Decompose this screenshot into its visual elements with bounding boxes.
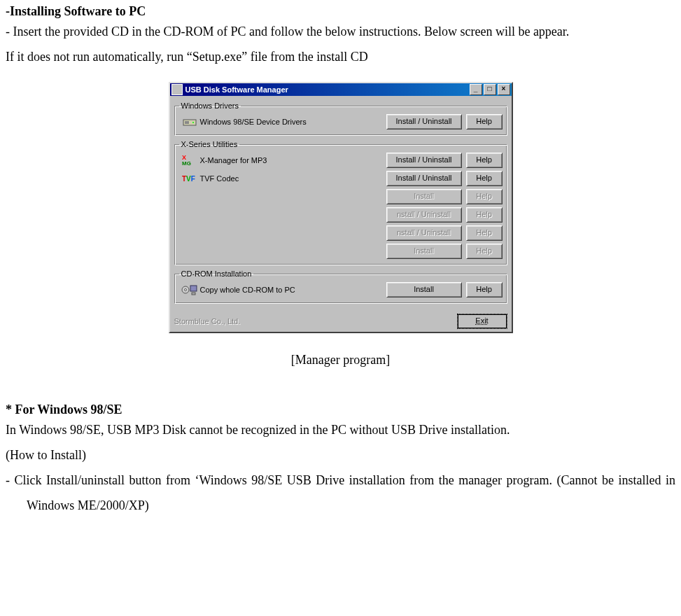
help-button-disabled: Help [466, 225, 503, 241]
company-label: Stormblue Co., Ltd. [174, 317, 453, 326]
row-label: Windows 98/SE Device Drivers [200, 118, 382, 126]
minimize-button[interactable]: _ [470, 84, 482, 95]
row-win98-drivers: Windows 98/SE Device Drivers Install / U… [179, 113, 503, 131]
group-cdrom: CD-ROM Installation Copy whole CD-ROM to… [174, 270, 507, 304]
close-button[interactable]: × [498, 84, 510, 95]
svg-text:TVF: TVF [182, 175, 195, 183]
doc-heading: -Installing Software to PC [6, 4, 675, 19]
help-button[interactable]: Help [466, 282, 503, 298]
row-label: Copy whole CD-ROM to PC [200, 286, 382, 294]
app-icon [171, 84, 183, 95]
svg-text:MG: MG [182, 160, 191, 167]
window-title: USB Disk Software Manager [185, 85, 468, 94]
doc-bullet-1: - Click Install/uninstall button from ‘W… [6, 468, 675, 518]
figure-caption: [Manager program] [6, 353, 675, 368]
row-copy-cdrom: Copy whole CD-ROM to PC Install Help [179, 281, 503, 299]
install-button-disabled: Install [386, 189, 462, 204]
install-uninstall-button[interactable]: Install / Uninstall [386, 171, 462, 186]
help-button[interactable]: Help [466, 114, 503, 130]
help-button[interactable]: Help [466, 153, 503, 168]
exit-button[interactable]: Exit [457, 314, 507, 329]
maximize-button[interactable]: □ [484, 84, 496, 95]
group-x-series: X-Series Utilities XMG X-Manager for MP3… [174, 140, 507, 265]
harddrive-icon [179, 115, 200, 128]
group-legend: CD-ROM Installation [179, 270, 254, 278]
install-uninstall-button[interactable]: Install / Uninstall [386, 153, 462, 168]
help-button-disabled: Help [466, 189, 503, 204]
help-button-disabled: Help [466, 207, 503, 223]
dialog-footer: Stormblue Co., Ltd. Exit [170, 312, 512, 332]
install-button-disabled: Install [386, 244, 462, 259]
row-label: TVF Codec [200, 174, 382, 183]
doc-paragraph-2: If it does not run automatically, run “S… [6, 44, 675, 69]
doc-paragraph-4: (How to Install) [6, 442, 675, 468]
help-button-disabled: Help [466, 244, 503, 259]
doc-paragraph-1: - Insert the provided CD in the CD-ROM o… [6, 19, 675, 44]
svg-rect-9 [192, 293, 195, 295]
row-xmanager: XMG X-Manager for MP3 Install / Uninstal… [179, 151, 503, 169]
group-legend: X-Series Utilities [179, 140, 240, 148]
group-legend: Windows Drivers [179, 102, 241, 110]
install-uninstall-button-disabled: nstall / Uninstall [386, 225, 462, 241]
row-disabled-4: Install Help [179, 242, 503, 260]
xmg-icon: XMG [179, 154, 200, 167]
row-disabled-3: nstall / Uninstall Help [179, 224, 503, 242]
row-disabled-2: nstall / Uninstall Help [179, 206, 503, 224]
svg-point-2 [192, 122, 194, 123]
cd-to-pc-icon [179, 283, 200, 297]
row-tvf-codec: TVF TVF Codec Install / Uninstall Help [179, 169, 503, 188]
doc-subheading: * For Windows 98/SE [6, 402, 675, 417]
group-windows-drivers: Windows Drivers Windows 98/SE Device Dri… [174, 102, 507, 136]
row-label: X-Manager for MP3 [200, 156, 382, 164]
svg-rect-1 [185, 121, 189, 124]
svg-point-7 [184, 289, 186, 291]
titlebar: USB Disk Software Manager _ □ × [170, 83, 512, 96]
dialog-screenshot: USB Disk Software Manager _ □ × Windows … [6, 82, 675, 333]
install-uninstall-button[interactable]: Install / Uninstall [386, 114, 462, 130]
install-uninstall-button-disabled: nstall / Uninstall [386, 207, 462, 223]
svg-rect-8 [190, 286, 197, 291]
row-disabled-1: Install Help [179, 188, 503, 206]
install-button[interactable]: Install [386, 282, 462, 298]
doc-paragraph-3: In Windows 98/SE, USB MP3 Disk cannot be… [6, 417, 675, 442]
software-manager-dialog: USB Disk Software Manager _ □ × Windows … [169, 82, 513, 333]
tvf-icon: TVF [179, 172, 200, 185]
help-button[interactable]: Help [466, 171, 503, 186]
